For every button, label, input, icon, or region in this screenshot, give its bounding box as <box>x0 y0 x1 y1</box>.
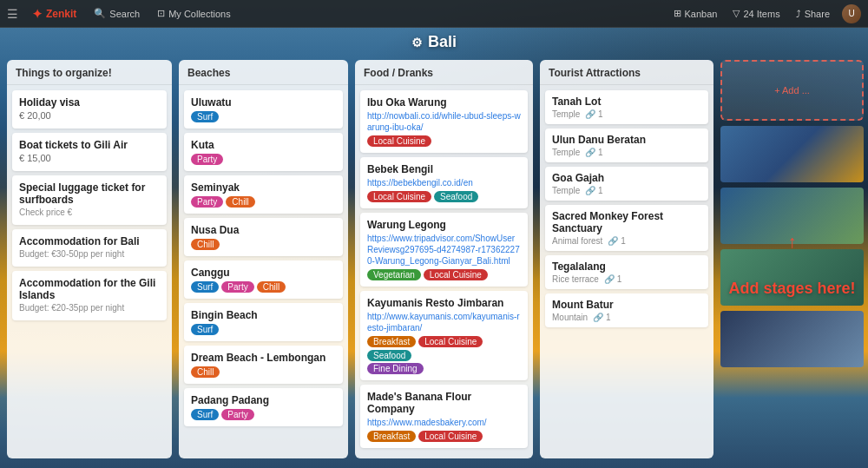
tag-list: Breakfast Local Cuisine Seafood <box>367 336 521 361</box>
type-label: Temple <box>552 186 580 195</box>
list-item[interactable]: Ulun Danu Beratan Temple 🔗 1 <box>545 129 708 162</box>
tag-list: Surf <box>191 324 336 335</box>
hamburger-icon[interactable]: ☰ <box>7 7 18 21</box>
tag-list-2: Fine Dining <box>367 363 521 374</box>
tag-seafood: Seafood <box>367 350 411 361</box>
type-label: Temple <box>552 109 580 119</box>
list-item[interactable]: Kayumanis Resto Jimbaran http://www.kayu… <box>360 291 528 380</box>
kanban-button[interactable]: ⊞ Kanban <box>670 6 721 21</box>
tag-chill: Chill <box>191 366 220 378</box>
tag-list: Local Cuisine Seafood <box>367 191 521 202</box>
add-card-button[interactable]: + Add ... <box>720 60 864 121</box>
add-stages-column: + Add ... Add stages here! ↑ <box>720 60 864 458</box>
navbar-right: ⊞ Kanban ▽ 24 Items ⤴ Share U <box>670 4 861 23</box>
list-item[interactable]: Nusa Dua Chill <box>184 218 343 256</box>
search-button[interactable]: 🔍 Search <box>90 6 143 21</box>
tag-seafood: Seafood <box>434 191 478 202</box>
link-icon: 🔗 1 <box>585 148 602 157</box>
tag-local-cuisine: Local Cuisine <box>367 135 431 147</box>
my-collections-button[interactable]: ⊡ My Collections <box>154 6 234 21</box>
navbar-left: ☰ ✦ Zenkit 🔍 Search ⊡ My Collections <box>7 5 660 23</box>
list-item[interactable]: Mount Batur Mountain 🔗 1 <box>545 293 708 327</box>
type-label: Rice terrace <box>552 274 599 284</box>
tag-list: Chill <box>191 239 336 250</box>
add-stages-label: Add stages here! <box>720 280 864 298</box>
navbar: ☰ ✦ Zenkit 🔍 Search ⊡ My Collections ⊞ K… <box>0 0 868 28</box>
tag-local-cuisine: Local Cuisine <box>424 269 488 280</box>
share-button[interactable]: ⤴ Share <box>792 7 833 21</box>
tag-chill: Chill <box>226 196 254 208</box>
board: Things to organize! Holiday visa € 20,00… <box>0 55 868 464</box>
list-item[interactable]: Accommodation for Bali Budget: €30-50pp … <box>12 229 167 267</box>
column-things: Things to organize! Holiday visa € 20,00… <box>7 60 172 458</box>
list-item[interactable]: Accommodation for the Gili Islands Budge… <box>12 271 167 320</box>
link-icon: 🔗 1 <box>604 274 621 284</box>
tag-surf: Surf <box>191 111 219 122</box>
filter-icon: ▽ <box>733 8 740 19</box>
page-title-area: ⚙ Bali <box>0 28 868 55</box>
tag-list: Surf Party <box>191 409 336 420</box>
logo[interactable]: ✦ Zenkit <box>29 5 80 23</box>
tag-list: Breakfast Local Cuisine <box>367 431 521 442</box>
tag-party: Party <box>191 196 223 208</box>
tag-party: Party <box>191 154 223 165</box>
column-body-beaches: Uluwatu Surf Kuta Party Seminyak Party C… <box>179 85 348 458</box>
column-body-tourist: Tanah Lot Temple 🔗 1 Ulun Danu Beratan T… <box>540 85 713 458</box>
tag-local-cuisine: Local Cuisine <box>418 431 483 442</box>
list-item[interactable]: Made's Banana Flour Company https://www.… <box>360 385 528 448</box>
tag-chill: Chill <box>257 281 286 293</box>
tag-local-cuisine: Local Cuisine <box>367 191 431 202</box>
link-icon: 🔗 1 <box>608 236 625 246</box>
list-item[interactable]: Bebek Bengil https://bebekbengil.co.id/e… <box>360 157 528 208</box>
column-header-things: Things to organize! <box>7 60 172 85</box>
settings-icon[interactable]: ⚙ <box>411 36 423 49</box>
tag-list: Party <box>191 154 336 165</box>
tag-party: Party <box>221 409 253 420</box>
tag-list: Surf Party Chill <box>191 281 336 293</box>
tag-surf: Surf <box>191 281 219 293</box>
tag-local-cuisine: Local Cuisine <box>418 336 483 347</box>
list-item[interactable]: Canggu Surf Party Chill <box>184 260 343 299</box>
list-item[interactable]: Uluwatu Surf <box>184 90 343 129</box>
tag-list: Party Chill <box>191 196 336 208</box>
list-item[interactable]: Seminyak Party Chill <box>184 175 343 214</box>
tag-list: Surf <box>191 111 336 122</box>
tag-list: Chill <box>191 366 336 378</box>
tag-fine-dining: Fine Dining <box>367 363 424 374</box>
arrow-icon: ↑ <box>788 232 797 252</box>
column-beaches: Beaches Uluwatu Surf Kuta Party Seminyak… <box>179 60 348 458</box>
list-item[interactable]: Ibu Oka Warung http://nowbali.co.id/whil… <box>360 90 528 153</box>
tag-list: Local Cuisine <box>367 135 521 147</box>
list-item[interactable]: Kuta Party <box>184 133 343 171</box>
tag-party: Party <box>221 281 253 293</box>
list-item[interactable]: Tegalalang Rice terrace 🔗 1 <box>545 255 708 289</box>
tag-chill: Chill <box>191 239 220 250</box>
add-stages-area: Add stages here! ↑ <box>720 249 864 306</box>
type-label: Mountain <box>552 313 588 322</box>
list-item[interactable]: Tanah Lot Temple 🔗 1 <box>545 90 708 124</box>
list-item[interactable]: Holiday visa € 20,00 <box>12 90 167 129</box>
list-item[interactable]: Boat tickets to Gili Air € 15,00 <box>12 133 167 171</box>
list-item[interactable]: Special luggage ticket for surfboards Ch… <box>12 175 167 225</box>
tag-surf: Surf <box>191 409 219 420</box>
list-item[interactable]: Goa Gajah Temple 🔗 1 <box>545 167 708 201</box>
page-title: ⚙ Bali <box>0 33 868 51</box>
link-icon: 🔗 1 <box>585 109 602 119</box>
list-item[interactable]: Warung Legong https://www.tripadvisor.co… <box>360 213 528 287</box>
filter-button[interactable]: ▽ 24 Items <box>729 6 783 21</box>
avatar[interactable]: U <box>842 4 861 23</box>
column-header-beaches: Beaches <box>179 60 348 85</box>
column-body-things: Holiday visa € 20,00 Boat tickets to Gil… <box>7 85 172 458</box>
tag-surf: Surf <box>191 324 219 335</box>
list-item[interactable]: Dream Beach - Lembongan Chill <box>184 346 343 384</box>
list-item[interactable]: Bingin Beach Surf <box>184 303 343 341</box>
column-body-food: Ibu Oka Warung http://nowbali.co.id/whil… <box>355 85 533 458</box>
type-label: Temple <box>552 148 580 157</box>
link-icon: 🔗 1 <box>585 186 602 195</box>
column-tourist: Tourist Attractions Tanah Lot Temple 🔗 1… <box>540 60 713 458</box>
list-item[interactable]: Padang Padang Surf Party <box>184 388 343 426</box>
list-item[interactable]: Sacred Monkey Forest Sanctuary Animal fo… <box>545 205 708 251</box>
tag-breakfast: Breakfast <box>367 336 416 347</box>
column-food: Food / Dranks Ibu Oka Warung http://nowb… <box>355 60 533 458</box>
tag-vegetarian: Vegetarian <box>367 269 421 280</box>
